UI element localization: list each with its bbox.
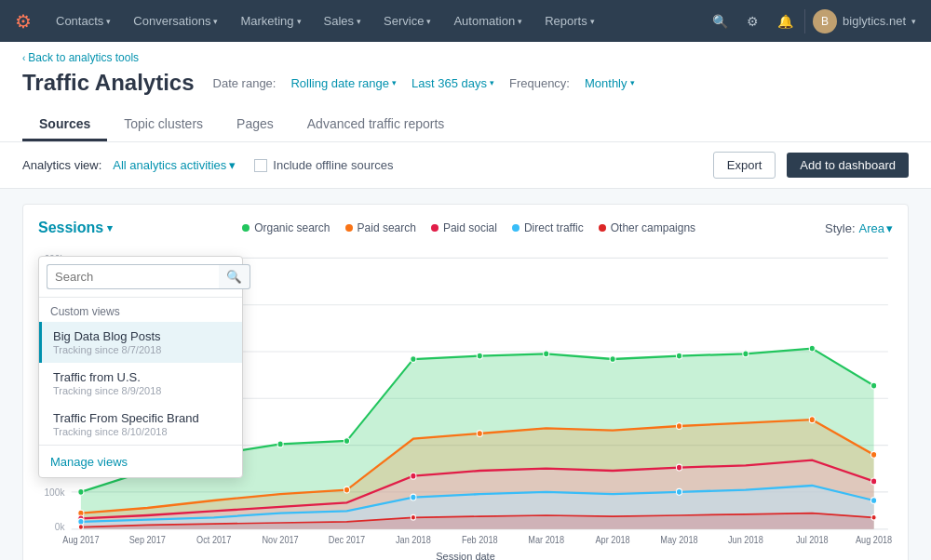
svg-point-46 <box>871 451 877 458</box>
offline-sources-checkbox-wrap: Include offline sources <box>254 158 393 172</box>
page-header: ‹ Back to analytics tools Traffic Analyt… <box>0 42 931 142</box>
legend-paid-social: Paid social <box>431 221 497 234</box>
style-picker[interactable]: Area ▾ <box>859 221 893 235</box>
svg-point-34 <box>477 353 482 359</box>
page-title: Traffic Analytics <box>22 70 195 96</box>
nav-marketing[interactable]: Marketing ▾ <box>231 14 310 28</box>
frequency-chevron-icon: ▾ <box>630 78 635 87</box>
svg-point-45 <box>809 417 815 423</box>
contacts-chevron-icon: ▾ <box>106 17 111 26</box>
paid-social-dot <box>431 224 439 232</box>
date-range-picker[interactable]: Rolling date range ▾ <box>290 76 397 90</box>
svg-point-50 <box>871 478 877 485</box>
dropdown-item-1[interactable]: Traffic from U.S. Tracking since 8/9/201… <box>39 363 242 404</box>
dropdown-section-label: Custom views <box>39 298 242 322</box>
other-dot <box>599 224 606 232</box>
offline-sources-checkbox[interactable] <box>254 159 267 172</box>
nav-automation[interactable]: Automation ▾ <box>444 14 532 28</box>
dropdown-scroll: Custom views Big Data Blog Posts Trackin… <box>39 298 242 445</box>
last-365-picker[interactable]: Last 365 days ▾ <box>412 76 494 90</box>
svg-point-31 <box>277 441 283 447</box>
svg-point-39 <box>809 345 815 352</box>
back-link[interactable]: ‹ Back to analytics tools <box>22 51 909 64</box>
svg-text:Nov 2017: Nov 2017 <box>262 534 298 545</box>
tab-advanced-traffic[interactable]: Advanced traffic reports <box>290 109 462 141</box>
account-name: biglytics.net <box>843 14 906 28</box>
add-to-dashboard-button[interactable]: Add to dashboard <box>787 153 909 178</box>
tab-topic-clusters[interactable]: Topic clusters <box>107 109 220 141</box>
svg-point-49 <box>676 464 681 471</box>
paid-search-dot <box>345 224 353 232</box>
header-controls: Date range: Rolling date range ▾ Last 36… <box>213 76 635 90</box>
search-button[interactable]: 🔍 <box>219 264 250 289</box>
search-input[interactable] <box>47 264 219 289</box>
analytics-view-chevron-icon: ▾ <box>229 158 236 172</box>
svg-point-55 <box>78 525 83 530</box>
svg-text:0k: 0k <box>55 520 65 532</box>
offline-sources-label: Include offline sources <box>273 158 393 172</box>
svg-point-52 <box>411 494 416 500</box>
legend-organic: Organic search <box>242 221 330 234</box>
reports-chevron-icon: ▾ <box>590 17 595 26</box>
svg-point-37 <box>676 353 681 359</box>
svg-text:Jul 2018: Jul 2018 <box>796 534 829 545</box>
dropdown-item-2[interactable]: Traffic From Specific Brand Tracking sin… <box>39 404 242 445</box>
notifications-icon[interactable]: 🔔 <box>770 14 801 29</box>
tab-pages[interactable]: Pages <box>220 109 290 141</box>
svg-point-56 <box>411 514 415 520</box>
svg-text:Jun 2018: Jun 2018 <box>728 534 763 545</box>
nav-contacts[interactable]: Contacts ▾ <box>47 14 120 28</box>
conversations-chevron-icon: ▾ <box>213 17 218 26</box>
chart-container: 🔍 Custom views Big Data Blog Posts Track… <box>22 204 909 560</box>
analytics-view-dropdown[interactable]: All analytics activities ▾ <box>113 158 236 172</box>
chart-legend: Organic search Paid search Paid social D… <box>242 221 695 234</box>
legend-direct: Direct traffic <box>512 221 584 234</box>
tab-bar: Sources Topic clusters Pages Advanced tr… <box>22 109 909 141</box>
svg-point-54 <box>871 498 877 504</box>
search-icon[interactable]: 🔍 <box>705 14 735 29</box>
svg-point-53 <box>676 488 681 495</box>
svg-text:100k: 100k <box>44 487 65 499</box>
frequency-picker[interactable]: Monthly ▾ <box>585 76 635 90</box>
svg-text:Jan 2018: Jan 2018 <box>396 534 431 545</box>
last-365-chevron-icon: ▾ <box>490 78 494 87</box>
service-chevron-icon: ▾ <box>426 17 431 26</box>
date-range-chevron-icon: ▾ <box>392 78 397 87</box>
account-menu[interactable]: B biglytics.net ▾ <box>804 9 916 33</box>
back-chevron-icon: ‹ <box>22 53 25 63</box>
nav-conversations[interactable]: Conversations ▾ <box>124 14 227 28</box>
sessions-chevron-icon: ▾ <box>107 222 113 234</box>
manage-views-link[interactable]: Manage views <box>50 455 128 469</box>
svg-point-28 <box>78 488 84 495</box>
sales-chevron-icon: ▾ <box>357 17 361 26</box>
x-axis-label: Session date <box>38 551 893 560</box>
export-button[interactable]: Export <box>713 152 776 179</box>
nav-sales[interactable]: Sales ▾ <box>315 14 371 28</box>
dropdown-footer: Manage views <box>39 445 242 477</box>
automation-chevron-icon: ▾ <box>518 17 522 26</box>
analytics-toolbar: Analytics view: All analytics activities… <box>0 142 931 189</box>
svg-point-38 <box>743 351 749 357</box>
svg-point-43 <box>477 431 482 437</box>
dropdown-item-0[interactable]: Big Data Blog Posts Tracking since 8/7/2… <box>39 322 242 363</box>
svg-point-44 <box>676 423 681 430</box>
svg-text:Aug 2018: Aug 2018 <box>856 534 892 545</box>
settings-icon[interactable]: ⚙ <box>739 14 766 29</box>
svg-point-32 <box>344 438 349 445</box>
sessions-dropdown[interactable]: Sessions ▾ <box>38 220 113 236</box>
nav-reports[interactable]: Reports ▾ <box>535 14 604 28</box>
style-control: Style: Area ▾ <box>825 221 893 235</box>
account-chevron-icon: ▾ <box>911 17 916 26</box>
svg-text:Dec 2017: Dec 2017 <box>329 534 365 545</box>
svg-text:Aug 2017: Aug 2017 <box>62 534 99 545</box>
tab-sources[interactable]: Sources <box>22 109 107 141</box>
svg-text:Apr 2018: Apr 2018 <box>595 534 629 545</box>
chart-header: Sessions ▾ Organic search Paid search Pa… <box>38 220 893 236</box>
svg-text:May 2018: May 2018 <box>660 534 697 545</box>
svg-point-48 <box>411 473 416 479</box>
svg-text:Mar 2018: Mar 2018 <box>528 534 564 545</box>
legend-paid-search: Paid search <box>345 221 416 234</box>
chart-area: 🔍 Custom views Big Data Blog Posts Track… <box>0 189 931 560</box>
nav-service[interactable]: Service ▾ <box>374 14 440 28</box>
svg-point-57 <box>871 514 876 520</box>
